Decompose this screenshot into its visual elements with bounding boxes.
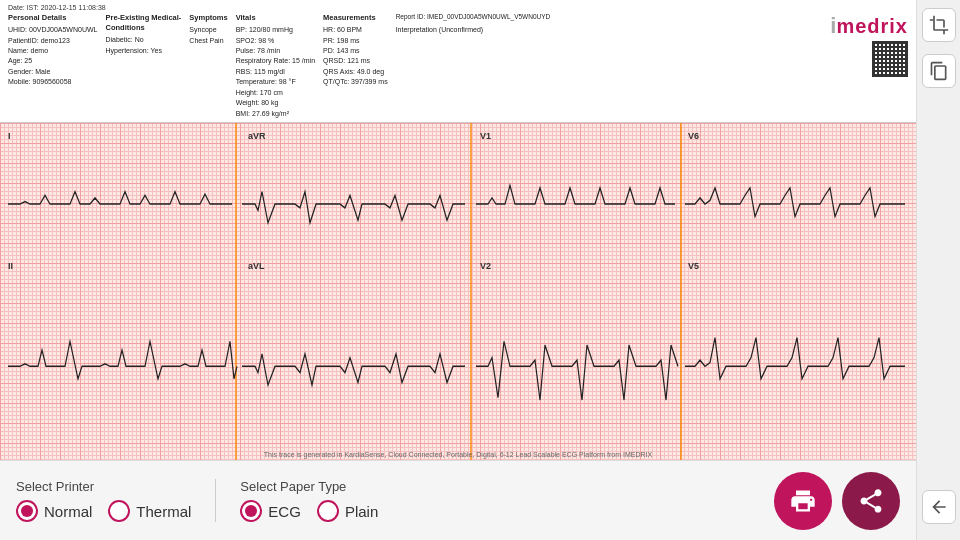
personal-detail-1: PatientID: demo123	[8, 36, 97, 45]
report-id-col: Report ID: IMED_00VDJ00A5WN0UWL_V5WN0UYD…	[396, 13, 566, 118]
measurement-4: QRS Axis: 49.0 deg	[323, 67, 388, 76]
share-icon	[857, 487, 885, 515]
printer-normal-label: Normal	[44, 503, 92, 520]
crop-button[interactable]	[922, 8, 956, 42]
paper-section: Select Paper Type ECG Plain	[240, 479, 774, 522]
paper-plain-label: Plain	[345, 503, 378, 520]
printer-radio-group[interactable]: Normal Thermal	[16, 500, 191, 522]
measurement-1: PR: 198 ms	[323, 36, 388, 45]
symptom-0: Syncope	[189, 25, 227, 34]
vital-5: Temperature: 98 °F	[236, 77, 315, 86]
printer-section: Select Printer Normal Thermal	[16, 479, 216, 522]
measurements-col: Measurements HR: 60 BPM PR: 198 ms PD: 1…	[323, 13, 388, 118]
symptoms-col: Symptoms Syncope Chest Pain	[189, 13, 227, 118]
ecg-attribution: This trace is generated in KardiaSense, …	[0, 449, 916, 460]
symptoms-title: Symptoms	[189, 13, 227, 23]
pre-existing-1: Hypertension: Yes	[105, 46, 181, 55]
pre-existing-col: Pre-Existing Medical-Conditions Diabetic…	[105, 13, 181, 118]
vital-1: SPO2: 98 %	[236, 36, 315, 45]
vital-3: Respiratory Rate: 15 /min	[236, 56, 315, 65]
personal-detail-0: UHID: 00VDJ00A5WN0UWL	[8, 25, 97, 34]
action-buttons	[774, 472, 900, 530]
paper-plain-option[interactable]: Plain	[317, 500, 378, 522]
vitals-col: Vitals BP: 120/80 mmHg SPO2: 98 % Pulse:…	[236, 13, 315, 118]
symptom-1: Chest Pain	[189, 36, 227, 45]
share-button[interactable]	[842, 472, 900, 530]
vital-7: Weight: 80 kg	[236, 98, 315, 107]
crop-icon	[929, 15, 949, 35]
printer-normal-option[interactable]: Normal	[16, 500, 92, 522]
personal-detail-4: Gender: Male	[8, 67, 97, 76]
paper-section-title: Select Paper Type	[240, 479, 774, 494]
vital-0: BP: 120/80 mmHg	[236, 25, 315, 34]
personal-details-title: Personal Details	[8, 13, 97, 23]
paper-ecg-option[interactable]: ECG	[240, 500, 301, 522]
paper-ecg-radio[interactable]	[240, 500, 262, 522]
printer-thermal-radio[interactable]	[108, 500, 130, 522]
personal-detail-5: Mobile: 9096560058	[8, 77, 97, 86]
measurement-2: PD: 143 ms	[323, 46, 388, 55]
vitals-title: Vitals	[236, 13, 315, 23]
personal-details-col: Personal Details UHID: 00VDJ00A5WN0UWL P…	[8, 13, 97, 118]
bottom-bar: Select Printer Normal Thermal Sel	[0, 460, 916, 540]
report-id-label: Report ID: IMED_00VDJ00A5WN0UWL_V5WN0UYD	[396, 13, 566, 22]
copy-button[interactable]	[922, 54, 956, 88]
measurement-5: QT/QTc: 397/399 ms	[323, 77, 388, 86]
paper-ecg-label: ECG	[268, 503, 301, 520]
measurement-0: HR: 60 BPM	[323, 25, 388, 34]
paper-ecg-dot	[245, 505, 257, 517]
vital-6: Height: 170 cm	[236, 88, 315, 97]
measurement-3: QRSD: 121 ms	[323, 56, 388, 65]
logo-name: medrix	[836, 15, 908, 37]
measurements-title: Measurements	[323, 13, 388, 23]
date-label: Date: IST: 2020-12-15 11:08:38	[8, 4, 908, 11]
vital-4: RBS: 115 mg/dl	[236, 67, 315, 76]
printer-normal-dot	[21, 505, 33, 517]
printer-thermal-option[interactable]: Thermal	[108, 500, 191, 522]
back-button[interactable]	[922, 490, 956, 524]
printer-thermal-label: Thermal	[136, 503, 191, 520]
qr-code	[872, 41, 908, 77]
printer-section-title: Select Printer	[16, 479, 191, 494]
personal-detail-2: Name: demo	[8, 46, 97, 55]
paper-plain-radio[interactable]	[317, 500, 339, 522]
vital-2: Pulse: 78 /min	[236, 46, 315, 55]
logo-area: imedrix	[828, 13, 908, 118]
back-icon	[929, 497, 949, 517]
copy-icon	[929, 61, 949, 81]
pre-existing-title: Pre-Existing Medical-Conditions	[105, 13, 181, 33]
ecg-waveform-svg	[0, 123, 916, 460]
vital-8: BMI: 27.69 kg/m²	[236, 109, 315, 118]
pre-existing-0: Diabetic: No	[105, 35, 181, 44]
print-icon	[789, 487, 817, 515]
logo: imedrix	[830, 13, 908, 39]
print-button[interactable]	[774, 472, 832, 530]
interpretation-label: Interpretation (Unconfirmed)	[396, 25, 566, 34]
ecg-area: I aVR V1 V6 II aVL V2 V5	[0, 123, 916, 460]
right-sidebar	[916, 0, 960, 540]
paper-radio-group[interactable]: ECG Plain	[240, 500, 774, 522]
printer-normal-radio[interactable]	[16, 500, 38, 522]
personal-detail-3: Age: 25	[8, 56, 97, 65]
